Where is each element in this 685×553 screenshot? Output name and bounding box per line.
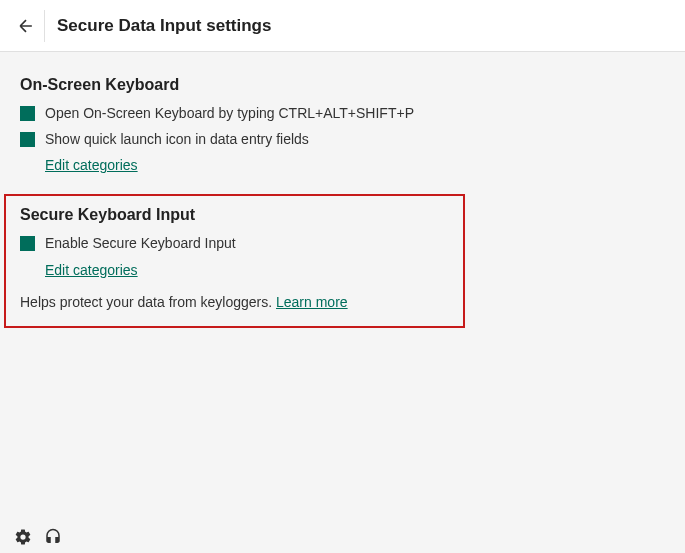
learn-more-link[interactable]: Learn more	[276, 294, 348, 310]
gear-icon	[14, 528, 32, 546]
settings-button[interactable]	[14, 528, 32, 546]
page-title: Secure Data Input settings	[57, 16, 271, 36]
headset-icon	[44, 528, 62, 546]
footer-bar	[0, 521, 685, 553]
checkbox-icon	[20, 106, 35, 121]
checkbox-label: Enable Secure Keyboard Input	[45, 234, 236, 254]
edit-categories-link-osk[interactable]: Edit categories	[45, 157, 138, 173]
secure-keyboard-input-section: Secure Keyboard Input Enable Secure Keyb…	[4, 194, 465, 328]
checkbox-label: Open On-Screen Keyboard by typing CTRL+A…	[45, 104, 414, 124]
checkbox-label: Show quick launch icon in data entry fie…	[45, 130, 309, 150]
header-separator	[44, 10, 45, 42]
edit-categories-link-ski[interactable]: Edit categories	[45, 262, 138, 278]
arrow-left-icon	[16, 16, 36, 36]
section-title-osk: On-Screen Keyboard	[20, 76, 665, 94]
on-screen-keyboard-section: On-Screen Keyboard Open On-Screen Keyboa…	[20, 76, 665, 174]
support-button[interactable]	[44, 528, 62, 546]
checkbox-enable-secure-keyboard[interactable]: Enable Secure Keyboard Input	[20, 234, 449, 254]
section-title-ski: Secure Keyboard Input	[20, 206, 449, 224]
back-button[interactable]	[8, 8, 44, 44]
description-body: Helps protect your data from keyloggers.	[20, 294, 276, 310]
header-bar: Secure Data Input settings	[0, 0, 685, 52]
checkbox-icon	[20, 236, 35, 251]
checkbox-quick-launch-icon[interactable]: Show quick launch icon in data entry fie…	[20, 130, 665, 150]
description-text: Helps protect your data from keyloggers.…	[20, 293, 449, 313]
content-area: On-Screen Keyboard Open On-Screen Keyboa…	[0, 52, 685, 352]
checkbox-icon	[20, 132, 35, 147]
checkbox-open-osk-hotkey[interactable]: Open On-Screen Keyboard by typing CTRL+A…	[20, 104, 665, 124]
